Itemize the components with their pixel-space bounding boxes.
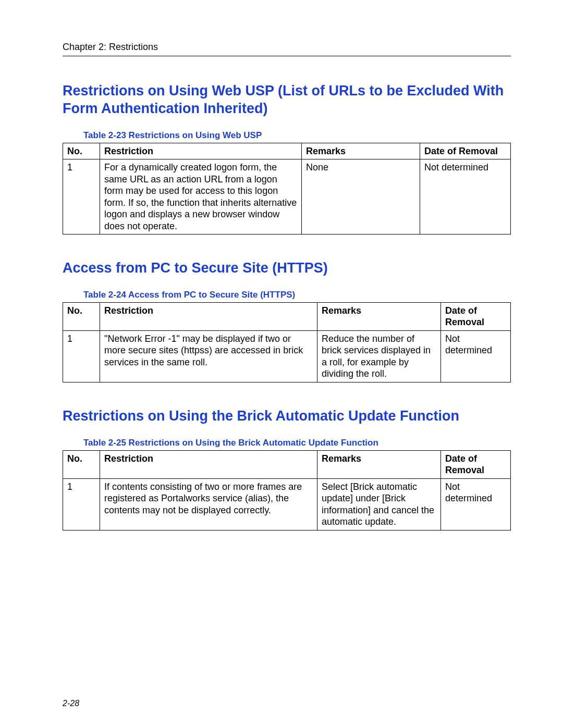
cell-restriction: For a dynamically created logon form, th… [100,159,302,235]
table-row: 1 If contents consisting of two or more … [63,478,511,530]
table-caption-2-23: Table 2-23 Restrictions on Using Web USP [83,130,511,141]
col-header-remarks: Remarks [317,302,441,330]
col-header-no: No. [63,302,100,330]
table-header-row: No. Restriction Remarks Date of Removal [63,302,511,330]
table-header-row: No. Restriction Remarks Date of Removal [63,143,511,159]
header-rule [63,56,511,56]
section-title-web-usp: Restrictions on Using Web USP (List of U… [63,82,511,118]
table-caption-2-25: Table 2-25 Restrictions on Using the Bri… [83,438,511,448]
table-caption-2-24: Table 2-24 Access from PC to Secure Site… [83,290,511,300]
col-header-date: Date of Removal [420,143,511,159]
cell-no: 1 [63,159,100,235]
col-header-date: Date of Removal [441,450,511,478]
cell-date: Not determined [441,330,511,382]
table-row: 1 "Network Error -1" may be displayed if… [63,330,511,382]
table-2-25: No. Restriction Remarks Date of Removal … [63,450,511,530]
cell-date: Not determined [441,478,511,530]
col-header-restriction: Restriction [100,302,317,330]
col-header-date: Date of Removal [441,302,511,330]
col-header-remarks: Remarks [302,143,420,159]
cell-remarks: Select [Brick automatic update] under [B… [317,478,441,530]
page-number: 2-28 [63,699,79,708]
cell-no: 1 [63,478,100,530]
cell-remarks: Reduce the number of brick services disp… [317,330,441,382]
table-header-row: No. Restriction Remarks Date of Removal [63,450,511,478]
table-2-23: No. Restriction Remarks Date of Removal … [63,143,511,235]
cell-no: 1 [63,330,100,382]
cell-restriction: If contents consisting of two or more fr… [100,478,317,530]
chapter-header: Chapter 2: Restrictions [63,42,511,53]
section-title-brick-update: Restrictions on Using the Brick Automati… [63,408,511,425]
cell-remarks: None [302,159,420,235]
cell-restriction: "Network Error -1" may be displayed if t… [100,330,317,382]
cell-date: Not determined [420,159,511,235]
table-2-24: No. Restriction Remarks Date of Removal … [63,302,511,382]
table-row: 1 For a dynamically created logon form, … [63,159,511,235]
col-header-restriction: Restriction [100,450,317,478]
document-page: Chapter 2: Restrictions Restrictions on … [0,0,563,728]
col-header-no: No. [63,450,100,478]
col-header-remarks: Remarks [317,450,441,478]
col-header-restriction: Restriction [100,143,302,159]
col-header-no: No. [63,143,100,159]
section-title-https: Access from PC to Secure Site (HTTPS) [63,260,511,277]
